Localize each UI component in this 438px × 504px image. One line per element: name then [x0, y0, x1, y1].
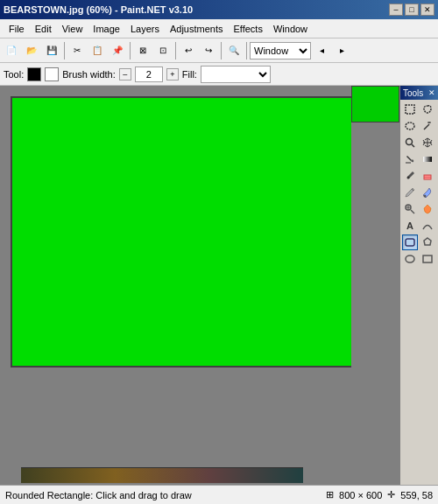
svg-point-1	[406, 122, 414, 130]
menu-effects[interactable]: Effects	[229, 22, 268, 36]
menu-view[interactable]: View	[57, 22, 88, 36]
close-button[interactable]: ✕	[420, 4, 434, 16]
primary-color-swatch[interactable]	[27, 67, 41, 81]
open-button[interactable]: 📂	[22, 41, 41, 60]
svg-rect-8	[423, 157, 432, 162]
tool-rectangle-shape[interactable]	[420, 251, 435, 267]
sep4	[221, 42, 222, 60]
tool-lasso-select[interactable]	[420, 102, 435, 117]
size-icon: ⊞	[326, 489, 334, 500]
brush-width-decrease[interactable]: –	[119, 68, 131, 80]
window-dropdown[interactable]: Window Auto	[250, 42, 311, 60]
title-controls: – □ ✕	[389, 4, 434, 16]
canvas[interactable]	[11, 96, 351, 368]
tools-panel: Tools ✕	[399, 86, 438, 485]
tools-title-label: Tools	[403, 88, 423, 98]
tool-eraser[interactable]	[420, 168, 435, 184]
minimize-button[interactable]: –	[389, 4, 403, 16]
tool-line-curve[interactable]	[420, 218, 435, 234]
status-right: ⊞ 800 × 600 ✛ 559, 58	[326, 489, 433, 500]
title-bar: BEARSTOWN.jpg (60%) - Paint.NET v3.10 – …	[0, 0, 438, 19]
tool-ellipse-select[interactable]	[402, 118, 418, 134]
sep3	[175, 42, 176, 60]
fill-label: Fill:	[182, 69, 197, 80]
tool-paintbucket[interactable]	[402, 151, 418, 167]
window-title: BEARSTOWN.jpg (60%) - Paint.NET v3.10	[4, 4, 193, 15]
undo-button[interactable]: ↩	[179, 41, 198, 60]
new-button[interactable]: 📄	[2, 41, 21, 60]
redo-button[interactable]: ↪	[199, 41, 218, 60]
brush-width-increase[interactable]: +	[166, 68, 179, 80]
paste-button[interactable]: 📌	[108, 41, 127, 60]
tool-ellipse-shape[interactable]	[402, 251, 418, 267]
sep1	[64, 42, 65, 60]
tool-rounded-rect[interactable]	[402, 234, 418, 250]
toolbar-extra1[interactable]: ◂	[312, 41, 331, 60]
tool-rectangle-select[interactable]	[402, 102, 418, 117]
cursor-coords: 559, 58	[400, 490, 433, 500]
thumbnail-image	[351, 86, 399, 122]
tool-pan[interactable]	[420, 135, 435, 150]
tool-freeform-shape[interactable]	[420, 234, 435, 250]
tool-recolor[interactable]	[420, 201, 435, 217]
status-message: Rounded Rectangle: Click and drag to dra…	[5, 490, 326, 500]
tool-pencil[interactable]	[402, 185, 418, 200]
sep5	[246, 42, 247, 60]
tool-paintbrush[interactable]	[402, 168, 418, 184]
tool-gradient[interactable]	[420, 151, 435, 167]
secondary-color-swatch[interactable]	[45, 67, 59, 81]
toolbar: 📄 📂 💾 ✂ 📋 📌 ⊠ ⊡ ↩ ↪ 🔍 Window Auto ◂ ▸	[0, 38, 438, 63]
menu-file[interactable]: File	[4, 22, 30, 36]
crop-button[interactable]: ⊠	[133, 41, 152, 60]
svg-line-6	[412, 144, 414, 147]
svg-point-19	[406, 256, 414, 262]
tool-magic-wand[interactable]	[420, 118, 435, 134]
svg-point-5	[406, 139, 413, 145]
maximize-button[interactable]: □	[405, 4, 419, 16]
svg-line-2	[424, 124, 429, 130]
tools-close-icon[interactable]: ✕	[428, 88, 435, 97]
svg-point-13	[424, 195, 427, 198]
main-area: Tools ✕	[0, 86, 438, 485]
tool-text[interactable]: A	[402, 218, 418, 234]
menu-adjustments[interactable]: Adjustments	[165, 22, 229, 36]
svg-rect-7	[406, 162, 411, 164]
menu-bar: File Edit View Image Layers Adjustments …	[0, 19, 438, 38]
svg-rect-0	[406, 105, 414, 114]
copy-button[interactable]: 📋	[88, 41, 107, 60]
coords-icon: ✛	[387, 489, 395, 500]
thumbnail-panel	[351, 86, 399, 122]
zoom-button[interactable]: 🔍	[224, 41, 244, 60]
fill-dropdown[interactable]	[201, 66, 271, 83]
canvas-container[interactable]	[11, 96, 351, 483]
tool-clone-stamp[interactable]	[402, 201, 418, 217]
status-bar: Rounded Rectangle: Click and drag to dra…	[0, 485, 438, 504]
tool-zoom[interactable]	[402, 135, 418, 150]
canvas-bottom-strip	[21, 467, 303, 483]
cut-button[interactable]: ✂	[67, 41, 87, 60]
tool-colorpicker[interactable]	[420, 185, 435, 200]
svg-point-9	[407, 177, 410, 179]
tools-grid: A	[400, 100, 438, 269]
menu-edit[interactable]: Edit	[30, 22, 57, 36]
tool-options-bar: Tool: Brush width: – + Fill:	[0, 63, 438, 86]
sep2	[130, 42, 131, 60]
resize-button[interactable]: ⊡	[153, 41, 173, 60]
svg-rect-17	[406, 239, 414, 246]
menu-image[interactable]: Image	[88, 22, 125, 36]
save-button[interactable]: 💾	[42, 41, 61, 60]
menu-window[interactable]: Window	[268, 22, 313, 36]
svg-marker-18	[424, 238, 431, 245]
brush-width-input[interactable]	[135, 66, 163, 82]
menu-layers[interactable]: Layers	[125, 22, 165, 36]
canvas-size: 800 × 600	[339, 490, 382, 500]
tools-panel-title: Tools ✕	[400, 86, 438, 100]
svg-rect-20	[423, 256, 432, 262]
tool-label: Tool:	[4, 69, 24, 80]
brush-width-label: Brush width:	[62, 69, 116, 80]
canvas-area	[0, 86, 399, 485]
toolbar-extra2[interactable]: ▸	[332, 41, 351, 60]
